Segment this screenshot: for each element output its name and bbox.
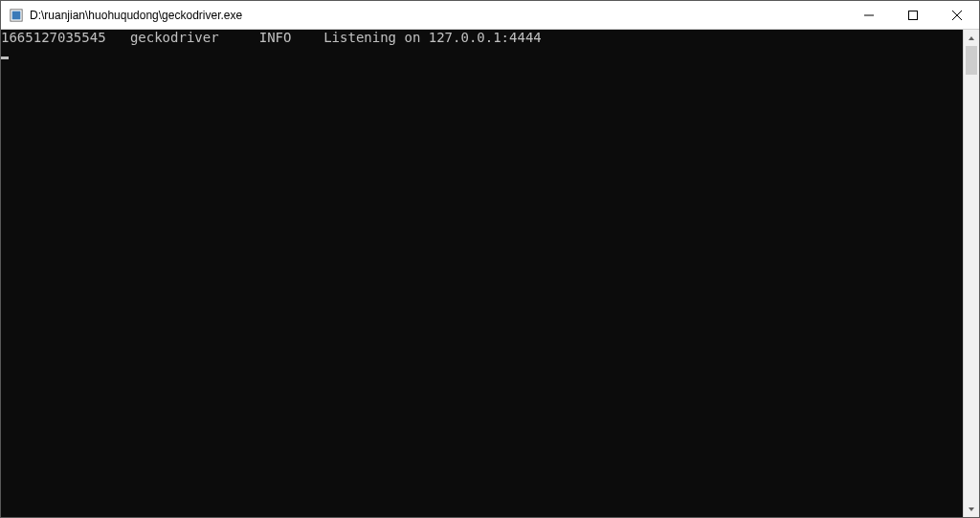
cursor [1, 56, 9, 59]
log-message: Listening on 127.0.0.1:4444 [323, 30, 542, 45]
svg-rect-1 [12, 11, 21, 19]
svg-rect-3 [909, 11, 918, 19]
scrollbar-up-arrow[interactable] [964, 30, 979, 46]
minimize-button[interactable] [847, 1, 891, 29]
close-button[interactable] [935, 1, 979, 29]
vertical-scrollbar[interactable] [963, 30, 979, 517]
scrollbar-thumb[interactable] [966, 46, 977, 75]
log-timestamp: 1665127035545 [1, 30, 106, 45]
console-content[interactable]: 1665127035545 geckodriver INFO Listening… [1, 30, 963, 517]
console-window: D:\ruanjian\huohuqudong\geckodriver.exe [0, 0, 980, 518]
window-title: D:\ruanjian\huohuqudong\geckodriver.exe [30, 9, 847, 22]
log-level: INFO [259, 30, 292, 45]
maximize-button[interactable] [891, 1, 935, 29]
scrollbar-track[interactable] [964, 46, 979, 501]
console-area: 1665127035545 geckodriver INFO Listening… [1, 30, 979, 517]
titlebar[interactable]: D:\ruanjian\huohuqudong\geckodriver.exe [1, 1, 979, 30]
app-icon [9, 8, 24, 23]
log-component: geckodriver [130, 30, 219, 45]
window-controls [847, 1, 979, 29]
scrollbar-down-arrow[interactable] [964, 501, 979, 517]
console-line: 1665127035545 geckodriver INFO Listening… [1, 30, 542, 45]
